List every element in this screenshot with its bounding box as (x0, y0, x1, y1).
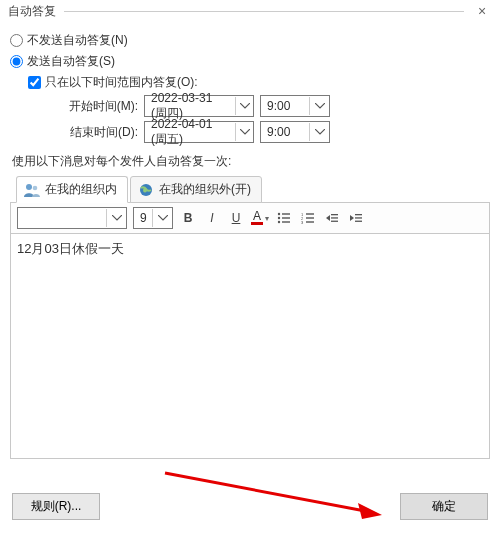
message-body: 12月03日休假一天 (17, 240, 483, 258)
indent-button[interactable] (347, 209, 365, 227)
people-icon (23, 182, 41, 198)
chevron-down-icon (309, 97, 327, 115)
chevron-down-icon (235, 97, 251, 115)
svg-rect-7 (282, 217, 290, 218)
svg-point-1 (33, 185, 38, 190)
svg-marker-23 (358, 503, 382, 519)
title-divider (64, 11, 464, 12)
font-size-value: 9 (140, 211, 147, 225)
tab-inside-org[interactable]: 在我的组织内 (16, 176, 128, 203)
rules-button[interactable]: 规则(R)... (12, 493, 100, 520)
close-icon[interactable]: × (472, 3, 492, 19)
font-color-letter: A (253, 211, 261, 221)
chevron-down-icon (152, 209, 170, 227)
globe-icon (137, 182, 155, 198)
dialog-title: 自动答复 (8, 3, 56, 20)
annotation-arrow (160, 469, 390, 525)
italic-button[interactable]: I (203, 209, 221, 227)
font-size-select[interactable]: 9 (133, 207, 173, 229)
radio-send-auto-reply-input[interactable] (10, 55, 23, 68)
svg-text:3: 3 (301, 220, 304, 225)
chevron-down-icon (309, 123, 327, 141)
start-time-select[interactable]: 9:00 (260, 95, 330, 117)
section-label: 使用以下消息对每个发件人自动答复一次: (12, 153, 490, 170)
start-date-select[interactable]: 2022-03-31 (周四) (144, 95, 254, 117)
outdent-button[interactable] (323, 209, 341, 227)
svg-rect-17 (331, 217, 338, 218)
svg-point-6 (278, 217, 280, 219)
radio-send-auto-reply-label: 发送自动答复(S) (27, 53, 115, 70)
bold-button[interactable]: B (179, 209, 197, 227)
checkbox-time-range[interactable]: 只在以下时间范围内答复(O): (28, 74, 490, 91)
svg-rect-13 (306, 217, 314, 218)
checkbox-time-range-input[interactable] (28, 76, 41, 89)
svg-rect-5 (282, 213, 290, 214)
svg-rect-19 (355, 214, 362, 215)
bullet-list-button[interactable] (275, 209, 293, 227)
radio-send-auto-reply[interactable]: 发送自动答复(S) (10, 53, 490, 70)
svg-rect-16 (331, 214, 338, 215)
font-color-button[interactable]: A ▾ (251, 211, 269, 225)
font-name-select[interactable] (17, 207, 127, 229)
editor-toolbar: 9 B I U A ▾ 1 (10, 203, 490, 234)
chevron-down-icon (235, 123, 251, 141)
end-date-value: 2022-04-01 (周五) (151, 117, 231, 148)
svg-rect-15 (306, 221, 314, 222)
svg-point-4 (278, 213, 280, 215)
underline-button[interactable]: U (227, 209, 245, 227)
svg-point-3 (143, 187, 147, 192)
svg-rect-11 (306, 213, 314, 214)
ok-button[interactable]: 确定 (400, 493, 488, 520)
end-time-select[interactable]: 9:00 (260, 121, 330, 143)
radio-no-auto-reply[interactable]: 不发送自动答复(N) (10, 32, 490, 49)
chevron-down-icon: ▾ (265, 214, 269, 223)
tab-inside-label: 在我的组织内 (45, 181, 117, 198)
svg-point-8 (278, 221, 280, 223)
svg-rect-20 (355, 217, 362, 218)
svg-point-0 (26, 184, 32, 190)
tab-outside-label: 在我的组织外(开) (159, 181, 251, 198)
end-time-value: 9:00 (267, 125, 290, 139)
tab-outside-org[interactable]: 在我的组织外(开) (130, 176, 262, 203)
radio-no-auto-reply-input[interactable] (10, 34, 23, 47)
end-time-label: 结束时间(D): (66, 124, 138, 141)
font-color-bar (251, 222, 263, 225)
chevron-down-icon (106, 209, 124, 227)
numbered-list-button[interactable]: 1 2 3 (299, 209, 317, 227)
start-time-label: 开始时间(M): (66, 98, 138, 115)
svg-rect-9 (282, 221, 290, 222)
svg-rect-21 (355, 221, 362, 222)
radio-no-auto-reply-label: 不发送自动答复(N) (27, 32, 128, 49)
message-editor[interactable]: 12月03日休假一天 (10, 234, 490, 459)
svg-rect-18 (331, 221, 338, 222)
start-time-value: 9:00 (267, 99, 290, 113)
end-date-select[interactable]: 2022-04-01 (周五) (144, 121, 254, 143)
svg-line-22 (165, 473, 365, 511)
checkbox-time-range-label: 只在以下时间范围内答复(O): (45, 74, 198, 91)
